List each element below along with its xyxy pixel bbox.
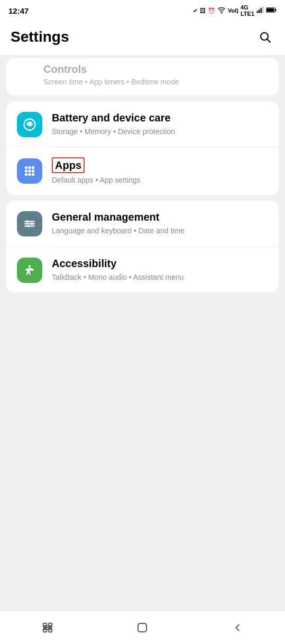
back-button[interactable]: [222, 617, 253, 638]
alarm-icon: ⏰: [208, 7, 215, 14]
svg-point-14: [32, 166, 34, 169]
battery-icon: [266, 6, 277, 15]
svg-point-16: [28, 169, 31, 172]
nav-bar: [0, 610, 285, 644]
general-icon-wrapper: [17, 211, 42, 236]
apps-title: Apps: [52, 157, 268, 173]
svg-point-25: [31, 222, 33, 224]
accessibility-title: Accessibility: [52, 257, 268, 270]
apps-icon-wrapper: [17, 158, 42, 184]
svg-rect-1: [257, 11, 258, 13]
settings-header: Settings: [0, 21, 285, 55]
svg-point-19: [28, 173, 31, 176]
svg-line-9: [268, 40, 271, 43]
svg-point-11: [29, 124, 31, 126]
svg-point-17: [32, 169, 34, 172]
battery-icon-wrapper: [17, 112, 42, 137]
accessibility-subtitle: TalkBack • Mono audio • Assistant menu: [52, 272, 268, 283]
page-title: Settings: [11, 29, 69, 45]
svg-point-12: [25, 166, 27, 169]
controls-title-partial: Controls: [43, 63, 268, 75]
svg-point-20: [32, 173, 34, 176]
home-button[interactable]: [126, 617, 158, 638]
general-accessibility-card: General management Language and keyboard…: [6, 201, 279, 292]
apps-item[interactable]: Apps Default apps • App settings: [6, 148, 279, 195]
svg-point-13: [28, 166, 31, 169]
4g-icon: 4GLTE1: [241, 4, 254, 17]
accessibility-icon-wrapper: [17, 258, 42, 283]
svg-point-18: [25, 173, 27, 176]
signal-icon: [256, 6, 264, 15]
general-text: General management Language and keyboard…: [52, 210, 268, 236]
battery-title: Battery and device care: [52, 111, 268, 125]
apps-title-highlighted: Apps: [52, 157, 85, 173]
svg-rect-6: [275, 9, 276, 11]
battery-item[interactable]: Battery and device care Storage • Memory…: [6, 101, 279, 147]
accessibility-text: Accessibility TalkBack • Mono audio • As…: [52, 257, 268, 283]
accessibility-item[interactable]: Accessibility TalkBack • Mono audio • As…: [6, 247, 279, 292]
svg-point-26: [27, 225, 30, 227]
svg-rect-7: [266, 8, 274, 12]
check-icon: ✔: [193, 7, 198, 14]
svg-point-15: [25, 169, 27, 172]
vol-icon: Vol): [228, 7, 238, 14]
controls-subtitle: Screen time • App timers • Bedtime mode: [43, 78, 268, 86]
svg-rect-35: [138, 623, 146, 632]
controls-card-content: Controls Screen time • App timers • Bedt…: [6, 58, 279, 96]
general-subtitle: Language and keyboard • Date and time: [52, 226, 268, 236]
content-area: Controls Screen time • App timers • Bedt…: [0, 55, 285, 610]
wifi-icon: [217, 6, 226, 15]
status-bar: 12:47 ✔ 🖼 ⏰ Vol) 4GLTE1: [0, 0, 285, 21]
controls-card-partial: Controls Screen time • App timers • Bedt…: [6, 58, 279, 96]
battery-subtitle: Storage • Memory • Device protection: [52, 127, 268, 137]
status-icons: ✔ 🖼 ⏰ Vol) 4GLTE1: [193, 4, 277, 17]
battery-text: Battery and device care Storage • Memory…: [52, 111, 268, 137]
general-title: General management: [52, 210, 268, 224]
image-icon: 🖼: [200, 7, 206, 14]
status-time: 12:47: [8, 6, 29, 15]
search-button[interactable]: [255, 27, 274, 46]
svg-rect-3: [261, 8, 262, 13]
svg-point-0: [221, 13, 222, 13]
apps-text: Apps Default apps • App settings: [52, 157, 268, 186]
general-item[interactable]: General management Language and keyboard…: [6, 201, 279, 247]
svg-point-27: [29, 265, 31, 267]
recent-button[interactable]: [32, 617, 63, 638]
svg-rect-4: [262, 7, 263, 13]
svg-point-24: [26, 220, 29, 222]
battery-apps-card: Battery and device care Storage • Memory…: [6, 101, 279, 195]
apps-subtitle: Default apps • App settings: [52, 175, 268, 186]
svg-rect-2: [259, 10, 260, 13]
